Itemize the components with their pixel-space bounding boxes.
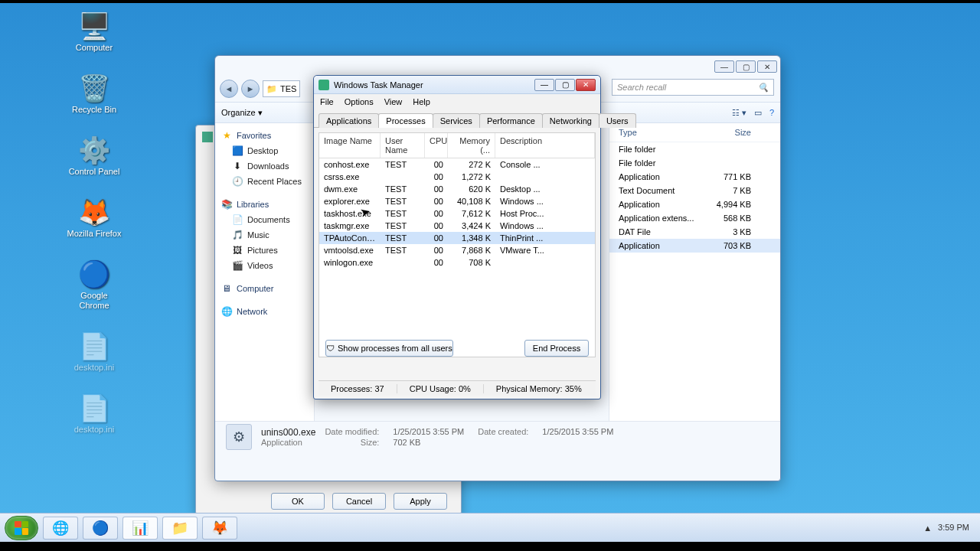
network-icon: 🌐 <box>221 306 232 317</box>
apply-button[interactable]: Apply <box>394 493 447 510</box>
col-user-name[interactable]: User Name <box>381 133 425 158</box>
process-row[interactable]: taskhost.exeTEST007,612 KHost Proc... <box>319 207 595 220</box>
process-list-header[interactable]: Image Name User Name CPU Memory (... Des… <box>319 133 595 158</box>
desktop-icon-control-panel[interactable]: ⚙️Control Panel <box>65 133 123 177</box>
taskbar-firefox[interactable]: 🦊 <box>202 517 237 540</box>
address-bar[interactable]: 📁 TES <box>263 80 300 97</box>
sidebar-item-downloads[interactable]: ⬇Downloads <box>218 158 311 174</box>
tm-close-button[interactable]: ✕ <box>576 79 596 91</box>
organize-menu[interactable]: Organize ▾ <box>221 108 263 118</box>
tm-minimize-button[interactable]: — <box>534 79 554 91</box>
tab-users[interactable]: Users <box>599 113 636 128</box>
show-all-users-button[interactable]: 🛡Show processes from all users <box>325 340 453 357</box>
tray-flag-icon[interactable]: ▲ <box>923 523 932 533</box>
task-manager-titlebar[interactable]: Windows Task Manager — ▢ ✕ <box>314 76 600 94</box>
tm-maximize-button[interactable]: ▢ <box>555 79 575 91</box>
taskbar[interactable]: 🌐 🔵 📊 📁 🦊 ▲ 3:59 PM <box>0 513 980 542</box>
process-row[interactable]: explorer.exeTEST0040,108 KWindows ... <box>319 195 595 207</box>
process-row[interactable]: winlogon.exe00708 K <box>319 256 595 269</box>
file-row[interactable]: Text Document7 KB <box>609 184 780 197</box>
libraries-icon: 📚 <box>221 199 232 210</box>
process-row[interactable]: vmtoolsd.exeTEST007,868 KVMware T... <box>319 244 595 256</box>
recent-icon: 🕘 <box>232 176 243 187</box>
status-processes: Processes: 37 <box>318 384 397 393</box>
sidebar-item-recent[interactable]: 🕘Recent Places <box>218 174 311 189</box>
taskbar-chrome[interactable]: 🔵 <box>83 517 118 540</box>
file-row[interactable]: File folder <box>609 142 780 156</box>
task-manager-status-bar: Processes: 37 CPU Usage: 0% Physical Mem… <box>318 380 596 396</box>
process-row[interactable]: dwm.exeTEST00620 KDesktop ... <box>319 183 595 195</box>
tab-processes[interactable]: Processes <box>378 113 433 128</box>
sidebar-item-videos[interactable]: 🎬Videos <box>218 258 311 273</box>
search-input[interactable]: Search recall 🔍 <box>612 79 774 96</box>
preview-pane-icon[interactable]: ▭ <box>754 108 762 118</box>
taskbar-taskmgr[interactable]: 📊 <box>122 517 158 540</box>
sidebar-item-music[interactable]: 🎵Music <box>218 227 311 243</box>
maximize-button[interactable]: ▢ <box>736 60 756 73</box>
process-row[interactable]: conhost.exeTEST00272 KConsole ... <box>319 158 595 171</box>
menu-help[interactable]: Help <box>413 97 430 106</box>
videos-icon: 🎬 <box>232 260 243 271</box>
minimize-button[interactable]: — <box>714 60 734 73</box>
menu-file[interactable]: File <box>320 97 334 106</box>
taskbar-explorer[interactable]: 📁 <box>162 517 198 540</box>
desktop-icon-chrome[interactable]: 🔵Google Chrome <box>65 257 123 311</box>
letterbox-top <box>0 0 980 3</box>
col-description[interactable]: Description <box>495 133 595 158</box>
sidebar-libraries-head[interactable]: 📚Libraries <box>218 197 311 212</box>
folder-icon: 📁 <box>266 84 277 94</box>
sidebar-item-desktop[interactable]: 🟦Desktop <box>218 143 311 158</box>
tab-applications[interactable]: Applications <box>318 113 379 128</box>
sidebar-computer-head[interactable]: 🖥Computer <box>218 281 311 296</box>
desktop-icon-computer[interactable]: 🖥️Computer <box>65 9 123 53</box>
col-memory[interactable]: Memory (... <box>448 133 495 158</box>
tab-networking[interactable]: Networking <box>542 113 599 128</box>
sidebar-item-pictures[interactable]: 🖼Pictures <box>218 243 311 258</box>
menu-options[interactable]: Options <box>345 97 374 106</box>
sidebar-favorites-head[interactable]: ★Favorites <box>218 128 311 143</box>
windows-logo-icon <box>15 521 28 535</box>
status-memory: Physical Memory: 35% <box>484 384 594 393</box>
taskbar-ie[interactable]: 🌐 <box>43 517 78 540</box>
close-button[interactable]: ✕ <box>757 60 777 73</box>
system-tray[interactable]: ▲ 3:59 PM <box>923 523 975 533</box>
view-menu-icon[interactable]: ☷ ▾ <box>732 108 746 118</box>
tab-services[interactable]: Services <box>433 113 480 128</box>
forward-button[interactable]: ► <box>241 80 260 98</box>
sidebar-item-documents[interactable]: 📄Documents <box>218 212 311 227</box>
process-list[interactable]: Image Name User Name CPU Memory (... Des… <box>318 132 596 357</box>
col-cpu[interactable]: CPU <box>425 133 448 158</box>
process-row[interactable]: taskmgr.exeTEST003,424 KWindows ... <box>319 220 595 232</box>
col-size[interactable]: Size <box>710 128 773 137</box>
desktop-icon-firefox[interactable]: 🦊Mozilla Firefox <box>65 195 123 239</box>
menu-view[interactable]: View <box>384 97 403 106</box>
task-manager-window[interactable]: Windows Task Manager — ▢ ✕ File Options … <box>313 75 601 399</box>
file-row[interactable]: Application extens...568 KB <box>609 211 780 225</box>
tray-clock[interactable]: 3:59 PM <box>938 523 969 532</box>
back-button[interactable]: ◄ <box>220 80 238 98</box>
desktop-icon-ini-1[interactable]: 📄desktop.ini <box>65 329 123 373</box>
downloads-icon: ⬇ <box>232 161 243 171</box>
process-row[interactable]: TPAutoConne...TEST001,348 KThinPrint ... <box>319 232 595 244</box>
explorer-file-list[interactable]: Type Size File folderFile folderApplicat… <box>609 123 780 421</box>
letterbox-bottom <box>0 542 980 551</box>
sidebar-network-head[interactable]: 🌐Network <box>218 304 311 319</box>
explorer-window-controls: — ▢ ✕ <box>714 60 777 73</box>
file-row[interactable]: File folder <box>609 156 780 170</box>
col-image-name[interactable]: Image Name <box>319 133 381 158</box>
process-row[interactable]: csrss.exe001,272 K <box>319 171 595 183</box>
desktop-icon-ini-2[interactable]: 📄desktop.ini <box>65 391 123 435</box>
tab-performance[interactable]: Performance <box>479 113 543 128</box>
col-type[interactable]: Type <box>619 128 710 137</box>
file-row[interactable]: DAT File3 KB <box>609 225 780 239</box>
start-button[interactable] <box>5 516 38 540</box>
file-row[interactable]: Application4,994 KB <box>609 197 780 211</box>
file-row[interactable]: Application771 KB <box>609 170 780 184</box>
desktop-icon-recycle-bin[interactable]: 🗑️Recycle Bin <box>65 71 123 115</box>
file-row[interactable]: Application703 KB <box>609 239 780 253</box>
breadcrumb: TES <box>280 84 296 93</box>
end-process-button[interactable]: End Process <box>524 340 589 357</box>
help-icon[interactable]: ? <box>769 108 774 117</box>
cancel-button[interactable]: Cancel <box>332 493 386 510</box>
ok-button[interactable]: OK <box>271 493 325 510</box>
